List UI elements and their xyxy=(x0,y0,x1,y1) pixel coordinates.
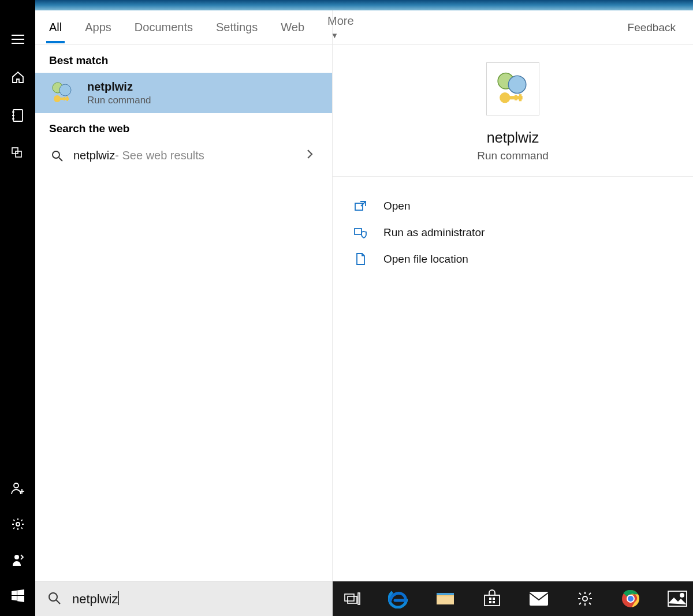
chrome-icon[interactable] xyxy=(621,587,640,610)
feedback-link[interactable]: Feedback xyxy=(628,21,676,34)
action-open-file-location[interactable]: Open file location xyxy=(333,246,693,272)
svg-rect-18 xyxy=(66,96,68,101)
svg-point-45 xyxy=(583,596,587,601)
chevron-down-icon: ▼ xyxy=(331,31,338,40)
best-match-title: netplwiz xyxy=(87,80,151,94)
svg-rect-28 xyxy=(355,203,363,210)
action-open-label: Open xyxy=(383,200,410,212)
svg-rect-39 xyxy=(485,595,500,606)
svg-point-12 xyxy=(16,522,20,526)
svg-rect-27 xyxy=(515,95,517,100)
desktop-background-strip xyxy=(35,0,693,10)
expand-icon[interactable] xyxy=(10,32,25,47)
edge-browser-icon[interactable] xyxy=(388,587,408,610)
file-location-icon xyxy=(353,253,367,266)
tab-more-label: More xyxy=(327,14,354,27)
home-icon[interactable] xyxy=(10,70,25,85)
svg-rect-33 xyxy=(345,594,354,601)
svg-point-9 xyxy=(14,483,18,488)
tab-all[interactable]: All xyxy=(49,12,62,43)
search-input-value: netplwiz xyxy=(72,592,118,606)
preview-header: netplwiz Run command xyxy=(333,45,693,177)
web-result-query: netplwiz xyxy=(73,149,115,162)
microsoft-store-icon[interactable] xyxy=(483,587,501,610)
web-search-result[interactable]: netplwiz - See web results xyxy=(35,141,332,170)
svg-point-23 xyxy=(508,76,526,93)
svg-rect-26 xyxy=(519,94,522,101)
svg-rect-30 xyxy=(355,229,362,234)
svg-point-13 xyxy=(14,555,19,559)
action-run-admin-label: Run as administrator xyxy=(383,226,485,239)
search-icon xyxy=(49,150,65,162)
best-match-result[interactable]: netplwiz Run command xyxy=(35,73,332,113)
start-windows-icon[interactable] xyxy=(10,588,25,603)
tab-settings[interactable]: Settings xyxy=(216,12,258,43)
preview-title: netplwiz xyxy=(487,129,539,146)
best-match-heading: Best match xyxy=(35,45,332,73)
tab-web[interactable]: Web xyxy=(281,12,304,43)
svg-line-32 xyxy=(57,600,61,604)
svg-line-29 xyxy=(361,201,366,206)
svg-rect-38 xyxy=(437,593,454,595)
svg-rect-8 xyxy=(16,151,21,157)
best-match-subtitle: Run command xyxy=(87,95,151,106)
settings-gear-icon[interactable] xyxy=(10,517,25,532)
svg-point-15 xyxy=(59,84,71,96)
svg-point-31 xyxy=(49,593,57,601)
settings-icon[interactable] xyxy=(576,587,594,610)
collections-icon[interactable] xyxy=(10,146,25,161)
svg-rect-34 xyxy=(348,596,357,603)
result-preview-pane: Feedback netplwiz Run command xyxy=(333,10,693,581)
action-run-as-admin[interactable]: Run as administrator xyxy=(333,219,693,246)
profile-icon[interactable] xyxy=(10,552,25,568)
start-sidebar xyxy=(0,0,35,616)
notebook-icon[interactable] xyxy=(10,108,25,123)
svg-rect-41 xyxy=(493,598,495,600)
tab-more[interactable]: More ▼ xyxy=(327,6,354,50)
svg-rect-19 xyxy=(64,97,65,100)
photos-icon[interactable] xyxy=(668,587,687,610)
svg-point-50 xyxy=(680,593,684,597)
action-open-location-label: Open file location xyxy=(383,253,468,266)
task-view-icon[interactable] xyxy=(344,587,360,610)
add-user-icon[interactable] xyxy=(10,481,25,496)
text-cursor xyxy=(118,591,119,605)
svg-rect-7 xyxy=(12,148,18,154)
preview-actions: Open Run as administrator Open file loca… xyxy=(333,177,693,289)
search-panel: All Apps Documents Settings Web More ▼ B… xyxy=(35,10,693,581)
svg-rect-42 xyxy=(489,601,491,603)
netplwiz-icon xyxy=(49,80,76,106)
web-result-suffix: - See web results xyxy=(115,149,204,162)
search-scope-tabs: All Apps Documents Settings Web More ▼ xyxy=(35,10,332,45)
svg-rect-44 xyxy=(530,592,548,606)
svg-rect-3 xyxy=(13,110,23,121)
search-icon xyxy=(48,592,61,607)
preview-app-icon xyxy=(486,62,539,115)
search-input-bar[interactable]: netplwiz xyxy=(35,581,333,616)
svg-rect-37 xyxy=(437,596,454,604)
search-web-heading: Search the web xyxy=(35,113,332,141)
open-icon xyxy=(353,201,367,211)
search-results-pane: All Apps Documents Settings Web More ▼ B… xyxy=(35,10,333,581)
search-input[interactable]: netplwiz xyxy=(72,591,320,607)
tab-documents[interactable]: Documents xyxy=(135,12,193,43)
svg-rect-35 xyxy=(358,593,360,604)
svg-line-21 xyxy=(59,158,62,161)
svg-rect-40 xyxy=(489,598,491,600)
action-open[interactable]: Open xyxy=(333,193,693,219)
svg-rect-43 xyxy=(493,601,495,603)
svg-point-20 xyxy=(53,151,59,158)
svg-point-48 xyxy=(628,596,634,602)
file-explorer-icon[interactable] xyxy=(435,587,455,610)
preview-subtitle: Run command xyxy=(477,150,549,162)
tab-apps[interactable]: Apps xyxy=(85,12,111,43)
taskbar xyxy=(333,581,693,616)
chevron-right-icon xyxy=(307,149,318,162)
mail-icon[interactable] xyxy=(529,587,549,610)
admin-shield-icon xyxy=(353,227,367,238)
